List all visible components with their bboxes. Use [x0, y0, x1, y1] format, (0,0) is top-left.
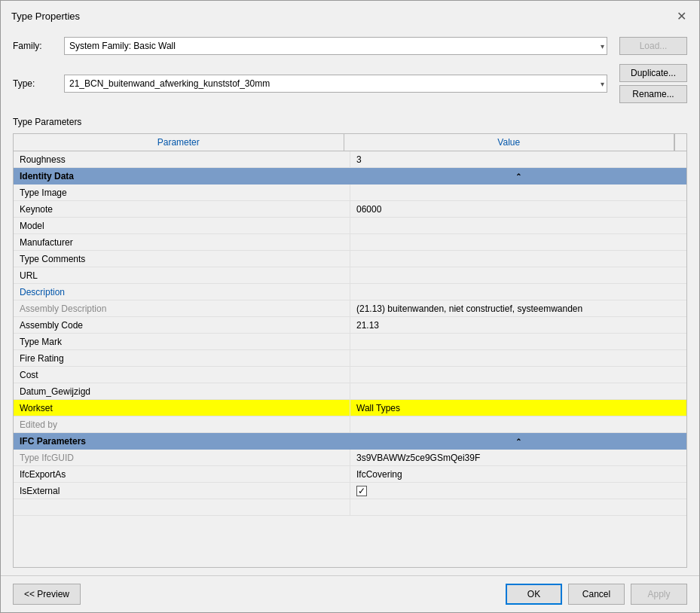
type-row: Type: 21_BCN_buitenwand_afwerking_kunsts… — [13, 64, 687, 103]
table-row[interactable]: Datum_Gewijzigd — [14, 383, 686, 400]
table-row[interactable]: Description — [14, 284, 686, 300]
table-row[interactable]: Model — [14, 218, 686, 234]
cell-value-col — [350, 267, 686, 283]
family-row: Family: System Family: Basic Wall ▾ Load… — [13, 37, 687, 55]
section-collapse-btn[interactable]: ⌃ — [350, 433, 687, 450]
parameters-table: Parameter Value Roughness 3 Identity Dat… — [13, 133, 687, 568]
cell-param: Assembly Description — [14, 300, 350, 316]
preview-button[interactable]: << Preview — [13, 584, 81, 605]
table-row[interactable]: Assembly Description (21.13) buitenwande… — [14, 300, 686, 317]
family-label: Family: — [13, 41, 58, 51]
cell-param: Description — [14, 284, 350, 300]
cell-value: Wall Types — [356, 403, 400, 413]
cell-param: Model — [14, 218, 350, 233]
cell-param: Type Mark — [14, 334, 350, 349]
table-row[interactable]: Assembly Code 21.13 — [14, 317, 686, 334]
cell-value-col — [350, 383, 686, 399]
family-select[interactable]: System Family: Basic Wall — [64, 37, 607, 55]
table-header: Parameter Value — [14, 134, 686, 151]
column-header-parameter: Parameter — [14, 134, 344, 151]
cell-value-col — [350, 367, 686, 383]
table-row[interactable]: URL — [14, 267, 686, 284]
cell-param: IfcExportAs — [14, 466, 350, 482]
cell-value-col — [350, 234, 686, 250]
cell-param: Keynote — [14, 201, 350, 217]
close-button[interactable]: ✕ — [674, 8, 689, 23]
family-select-wrapper: System Family: Basic Wall ▾ — [64, 37, 607, 55]
type-parameters-section: Type Parameters — [13, 117, 687, 127]
table-row[interactable]: Type IfcGUID 3s9VBAWWz5ce9GSmQei39F — [14, 450, 686, 466]
cell-value-col — [350, 350, 686, 366]
type-label: Type: — [13, 78, 58, 89]
cell-value-col: 21.13 — [350, 317, 686, 333]
cell-value-col: 3s9VBAWWz5ce9GSmQei39F — [350, 450, 686, 465]
table-row[interactable]: Type Comments — [14, 251, 686, 267]
section-collapse-btn[interactable]: ⌃ — [350, 168, 687, 185]
table-row[interactable]: Keynote 06000 — [14, 201, 686, 218]
section-header-row: Identity Data ⌃ — [14, 168, 686, 185]
section-header-cell: IFC Parameters — [14, 433, 350, 450]
load-button[interactable]: Load... — [619, 37, 687, 55]
cell-param: Workset — [14, 400, 350, 416]
checkbox[interactable]: ✓ — [356, 486, 367, 496]
cell-value-col: (21.13) buitenwanden, niet constructief,… — [350, 300, 686, 316]
cell-value-col — [350, 499, 686, 515]
table-row[interactable]: Manufacturer — [14, 234, 686, 251]
cell-param: Edited by — [14, 416, 350, 432]
cell-value-col — [350, 284, 686, 300]
apply-button[interactable]: Apply — [631, 584, 687, 605]
cancel-button[interactable]: Cancel — [568, 584, 625, 605]
dialog-footer: << Preview OK Cancel Apply — [1, 575, 699, 612]
cell-param: URL — [14, 267, 350, 283]
table-row[interactable]: Workset Wall Types — [14, 400, 686, 416]
cell-param: Assembly Code — [14, 317, 350, 333]
cell-param: Type Image — [14, 185, 350, 200]
cell-value-col — [350, 334, 686, 349]
type-properties-dialog: Type Properties ✕ Family: System Family:… — [0, 0, 700, 613]
section-header-cell: Identity Data — [14, 168, 350, 185]
cell-value-col — [350, 218, 686, 233]
dialog-body: Family: System Family: Basic Wall ▾ Load… — [1, 29, 699, 575]
footer-left: << Preview — [13, 584, 81, 605]
table-row[interactable]: IsExternal ✓ — [14, 483, 686, 499]
cell-value: 3 — [356, 154, 362, 165]
table-row[interactable]: Type Mark — [14, 334, 686, 350]
table-row[interactable] — [14, 499, 686, 516]
dialog-title: Type Properties — [11, 11, 80, 22]
cell-value: 3s9VBAWWz5ce9GSmQei39F — [356, 453, 480, 463]
cell-param: Type Comments — [14, 251, 350, 267]
header-scroll-spacer — [674, 134, 686, 151]
table-row[interactable]: Type Image — [14, 185, 686, 201]
type-select[interactable]: 21_BCN_buitenwand_afwerking_kunststof_30… — [64, 75, 607, 93]
table-row[interactable]: IfcExportAs IfcCovering — [14, 466, 686, 483]
cell-param: Fire Rating — [14, 350, 350, 366]
parameters-scroll-area[interactable]: Roughness 3 Identity Data ⌃ Type Image K… — [14, 151, 686, 567]
cell-value: (21.13) buitenwanden, niet constructief,… — [356, 303, 582, 314]
cell-param: Roughness — [14, 151, 350, 167]
cell-value-col — [350, 185, 686, 200]
table-row[interactable]: Roughness 3 — [14, 151, 686, 168]
cell-value-col: Wall Types — [350, 400, 686, 416]
ok-button[interactable]: OK — [506, 584, 562, 605]
footer-right: OK Cancel Apply — [506, 584, 687, 605]
table-row[interactable]: Cost — [14, 367, 686, 383]
title-bar: Type Properties ✕ — [1, 1, 699, 29]
rename-button[interactable]: Rename... — [619, 85, 687, 103]
type-select-wrapper: 21_BCN_buitenwand_afwerking_kunststof_30… — [64, 75, 607, 93]
cell-value-col — [350, 416, 686, 432]
cell-param: Manufacturer — [14, 234, 350, 250]
cell-param: Datum_Gewijzigd — [14, 383, 350, 399]
cell-param: IsExternal — [14, 483, 350, 499]
cell-param: Type IfcGUID — [14, 450, 350, 465]
cell-value-col: 06000 — [350, 201, 686, 217]
cell-value: 06000 — [356, 204, 381, 215]
duplicate-button[interactable]: Duplicate... — [619, 64, 687, 82]
table-row[interactable]: Edited by — [14, 416, 686, 433]
table-row[interactable]: Fire Rating — [14, 350, 686, 367]
cell-value-col: 3 — [350, 151, 686, 167]
type-parameters-label: Type Parameters — [13, 117, 81, 127]
cell-param — [14, 499, 350, 515]
cell-value: IfcCovering — [356, 469, 402, 480]
cell-value: 21.13 — [356, 320, 379, 331]
type-buttons: Duplicate... Rename... — [619, 64, 687, 103]
